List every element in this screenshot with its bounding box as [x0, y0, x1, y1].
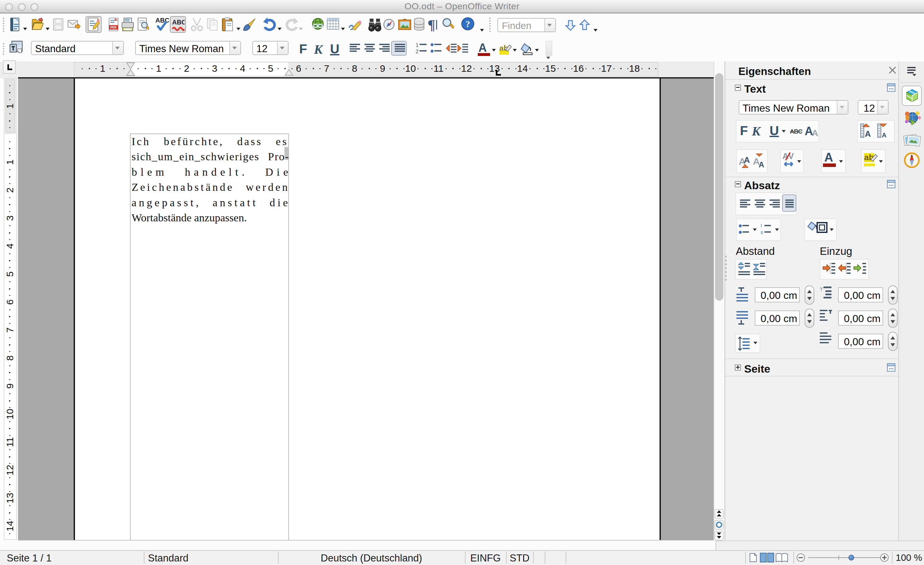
svg-text:II: II: [760, 230, 763, 235]
svg-text:?: ?: [465, 19, 470, 29]
svg-text:A: A: [865, 129, 871, 138]
svg-text:A: A: [882, 132, 886, 138]
svg-text:ABC: ABC: [155, 17, 169, 24]
svg-text:N: N: [910, 155, 913, 158]
svg-text:2: 2: [416, 49, 418, 54]
svg-text:ABC: ABC: [172, 19, 184, 26]
svg-text:PDF: PDF: [110, 26, 117, 29]
svg-text:¶: ¶: [428, 17, 435, 32]
svg-text:A: A: [759, 160, 764, 169]
svg-text:1: 1: [416, 42, 418, 48]
svg-text:I: I: [760, 223, 762, 228]
svg-text:A: A: [744, 155, 750, 165]
